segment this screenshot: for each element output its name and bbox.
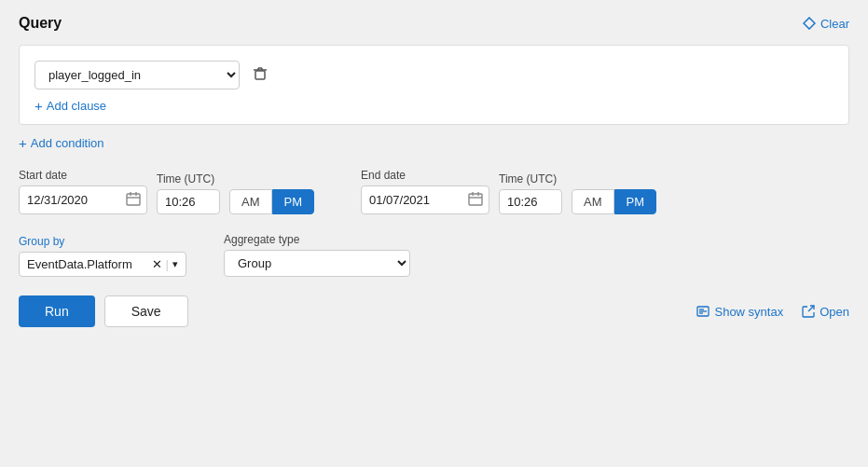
clear-button[interactable]: Clear — [803, 17, 849, 31]
open-icon — [802, 305, 815, 318]
plus-icon: + — [34, 99, 43, 113]
start-date-label: Start date — [19, 169, 147, 182]
end-ampm-toggle: AM PM — [572, 189, 656, 214]
show-syntax-button[interactable]: Show syntax — [696, 305, 783, 319]
save-button[interactable]: Save — [104, 295, 188, 327]
aggregate-section: Aggregate type Group Sum Count Average — [224, 233, 410, 277]
bottom-section: Group by EventData.Platform ✕ | ▾ Aggreg… — [19, 233, 849, 277]
group-by-label: Group by — [19, 235, 186, 248]
svg-line-18 — [808, 306, 814, 311]
end-date-input-wrap — [361, 185, 489, 214]
add-condition-label: Add condition — [31, 136, 104, 150]
start-pm-button[interactable]: PM — [272, 189, 315, 214]
footer-right: Show syntax Open — [696, 305, 849, 319]
footer-left: Run Save — [19, 295, 188, 327]
start-time-input[interactable] — [157, 189, 220, 214]
end-am-button[interactable]: AM — [572, 189, 614, 214]
start-time-group: Time (UTC) — [157, 172, 220, 214]
clause-row: player_logged_in — [34, 61, 834, 89]
clear-label: Clear — [820, 17, 849, 31]
datetime-section: Start date Time (UTC) - — [19, 169, 849, 214]
group-by-clear-icon[interactable]: ✕ — [152, 257, 162, 271]
group-by-divider: | — [166, 257, 169, 271]
page-title: Query — [19, 15, 62, 32]
start-date-calendar-icon[interactable] — [126, 191, 141, 209]
start-am-button[interactable]: AM — [229, 189, 272, 214]
show-syntax-label: Show syntax — [714, 305, 783, 319]
group-by-value: EventData.Platform — [27, 257, 146, 271]
group-by-controls: ✕ | ▾ — [152, 257, 178, 271]
start-ampm-group: - AM PM — [229, 172, 314, 214]
event-select[interactable]: player_logged_in — [34, 61, 240, 89]
diamond-icon — [803, 17, 816, 30]
add-condition-button[interactable]: + Add condition — [19, 136, 104, 150]
query-page: Query Clear player_logged_in — [0, 0, 868, 467]
open-button[interactable]: Open — [802, 305, 849, 319]
start-date-input[interactable] — [27, 193, 120, 207]
end-date-group: End date — [361, 169, 489, 214]
syntax-icon — [696, 305, 710, 318]
query-card: player_logged_in + Add clause — [19, 45, 849, 125]
svg-rect-6 — [127, 194, 140, 205]
svg-rect-10 — [469, 194, 482, 205]
end-date-label: End date — [361, 169, 489, 182]
start-date-input-wrap — [19, 185, 147, 214]
end-time-label: Time (UTC) — [499, 172, 562, 185]
footer: Run Save Show syntax Open — [19, 295, 849, 327]
end-date-input[interactable] — [369, 193, 462, 207]
end-ampm-group: - AM PM — [572, 172, 656, 214]
aggregate-select[interactable]: Group Sum Count Average — [224, 250, 410, 277]
aggregate-label: Aggregate type — [224, 233, 410, 246]
end-time-input[interactable] — [499, 189, 562, 214]
add-clause-label: Add clause — [47, 99, 106, 113]
svg-rect-1 — [255, 71, 265, 79]
end-date-calendar-icon[interactable] — [468, 191, 483, 209]
end-pm-button[interactable]: PM — [614, 189, 657, 214]
run-button[interactable]: Run — [19, 295, 95, 327]
group-by-input-wrap: EventData.Platform ✕ | ▾ — [19, 252, 186, 277]
group-by-section: Group by EventData.Platform ✕ | ▾ — [19, 235, 186, 277]
start-date-group: Start date — [19, 169, 147, 214]
add-clause-button[interactable]: + Add clause — [34, 99, 106, 113]
end-time-group: Time (UTC) — [499, 172, 562, 214]
page-header: Query Clear — [19, 15, 849, 32]
group-by-dropdown-icon[interactable]: ▾ — [172, 258, 178, 270]
open-label: Open — [820, 305, 849, 319]
plus-icon-condition: + — [19, 136, 27, 150]
start-time-label: Time (UTC) — [157, 172, 220, 185]
svg-marker-0 — [804, 18, 815, 29]
trash-icon — [253, 66, 268, 81]
delete-clause-button[interactable] — [249, 64, 271, 86]
start-ampm-toggle: AM PM — [229, 189, 314, 214]
